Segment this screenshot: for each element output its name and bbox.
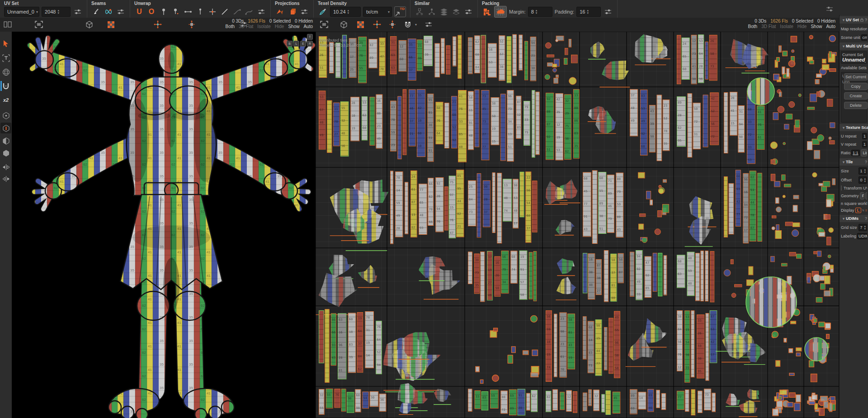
spinner-icon[interactable]: ▴▾ — [587, 9, 589, 14]
fold-projection-icon — [276, 8, 284, 15]
checker-view-uv-button[interactable] — [355, 19, 366, 29]
panel-header-tile[interactable]: ▾ Tile ? — [840, 158, 868, 166]
texel-picker-button[interactable] — [318, 7, 328, 17]
curve-tool-1-button[interactable] — [232, 7, 242, 17]
mirror-vertical-button[interactable] — [0, 173, 11, 184]
polygon-mode-button[interactable] — [0, 135, 11, 146]
double-resolution-button[interactable]: x2 — [0, 95, 11, 105]
ratio-field[interactable]: 1:1 — [851, 150, 860, 156]
pack-button[interactable] — [482, 7, 492, 17]
transform-tool-button[interactable] — [0, 52, 11, 63]
uv-shaded-button[interactable] — [338, 19, 349, 29]
set-current-button[interactable]: Set Current — [844, 73, 868, 81]
transform-uv-checkbox[interactable] — [841, 185, 842, 190]
list-display-icon[interactable] — [865, 208, 867, 213]
curve-tool-2-button[interactable] — [244, 7, 254, 17]
island-mode-button[interactable] — [0, 147, 11, 158]
similar-apply-button[interactable] — [427, 7, 437, 17]
optimize-button[interactable]: O — [146, 7, 156, 17]
help-icon[interactable]: ? — [865, 216, 867, 221]
pin-drop-button[interactable] — [171, 7, 181, 17]
uv-set-settings-button[interactable] — [73, 7, 83, 17]
link-button[interactable]: Link — [861, 149, 867, 157]
projections-settings-button[interactable] — [299, 7, 309, 17]
spinner-icon[interactable]: ▴▾ — [536, 9, 538, 14]
viewport-uv[interactable]: ← Distributed tiles : 09 Target TD : 13.… — [316, 32, 839, 418]
percent-display-icon[interactable] — [862, 208, 864, 213]
checker-view-3d-button[interactable] — [105, 19, 116, 29]
labeling-dropdown[interactable]: UDIM#▾ — [857, 233, 867, 239]
available-sets-list[interactable]: Unn Unn Set Current Copy Create Delete — [841, 72, 867, 123]
texel-density-input[interactable]: 10.24 ▴▾ — [330, 7, 361, 17]
unwrap-u-button[interactable]: U — [134, 7, 144, 17]
mirror-horizontal-button[interactable] — [0, 162, 11, 172]
similar-select-button[interactable] — [415, 7, 425, 17]
stack-similar-button[interactable] — [439, 7, 449, 17]
seams-settings-button[interactable] — [116, 7, 126, 17]
sphere-projection-button[interactable] — [0, 66, 11, 77]
panel-header-uv-set[interactable]: ▾ UV Set ? — [840, 16, 868, 24]
segment-v-button[interactable] — [195, 7, 205, 17]
edge-mode-button[interactable] — [0, 123, 11, 133]
vertex-mode-button[interactable] — [0, 110, 11, 121]
texel-unit-dropdown[interactable]: tx/cm ▾ — [363, 7, 392, 17]
snap-options-dropdown[interactable]: ▾ — [412, 19, 418, 29]
available-sets-label: Available Sets — [841, 66, 867, 70]
segment-h-button[interactable] — [183, 7, 193, 17]
straighten-button[interactable] — [220, 7, 230, 17]
seam-loop-button[interactable] — [104, 7, 113, 17]
seam-brush-button[interactable] — [91, 7, 101, 17]
pin-button[interactable] — [159, 7, 169, 17]
spinner-icon[interactable]: ▴▾ — [57, 9, 59, 14]
uv-islands-canvas[interactable] — [316, 32, 839, 418]
display-l-button[interactable]: L — [855, 208, 862, 213]
help-icon[interactable]: ? — [865, 18, 867, 22]
projection-box-button[interactable] — [287, 7, 297, 17]
viewport-3d[interactable]: 35 62 41 — [12, 32, 316, 418]
copy-button[interactable]: Copy — [844, 83, 868, 90]
draw-button[interactable]: Dr — [865, 192, 867, 200]
viewportuv-settings-button[interactable] — [423, 19, 434, 29]
create-button[interactable]: Create — [844, 92, 868, 100]
v-repeat-field[interactable]: 1 — [862, 141, 867, 147]
spinner-icon[interactable]: ▴▾ — [348, 9, 349, 14]
frame-all-uv-button[interactable] — [319, 19, 330, 29]
snap-magnet-button[interactable] — [402, 19, 413, 29]
back-arrow-icon[interactable]: ← — [320, 33, 362, 38]
fit-button[interactable]: Fit — [860, 192, 864, 200]
symmetry-center-button[interactable] — [152, 19, 163, 29]
padding-input[interactable]: 16 ▴▾ — [576, 7, 601, 17]
uv-pivot-button[interactable] — [372, 19, 382, 29]
similar-settings-button[interactable] — [463, 7, 473, 17]
chevron-down-icon: ▾ — [843, 44, 844, 48]
scene-unit-dropdown[interactable]: cm▾ — [861, 34, 867, 41]
tile-size-field[interactable]: 1▴▾ — [859, 167, 867, 175]
uv-pivot-island-button[interactable] — [387, 19, 398, 29]
delete-button[interactable]: Delete — [844, 102, 868, 109]
margin-input[interactable]: 8 ▴▾ — [528, 7, 552, 17]
panel-header-texture-scale[interactable]: ▾ Texture Sca ? — [840, 124, 868, 131]
help-icon[interactable]: ? — [865, 160, 867, 164]
magnet-icon — [404, 21, 411, 28]
panel-header-multi-uv[interactable]: ▾ Multi UV Se ? — [840, 43, 868, 50]
panel-header-udims[interactable]: ▾ UDIMs ? — [840, 215, 868, 222]
grid-size-field[interactable]: 7▴▾ — [859, 224, 867, 231]
pack-in-tiles-button[interactable] — [494, 6, 507, 18]
frame-all-3d-button[interactable] — [33, 19, 44, 29]
map-resolution-input[interactable]: 2048 ▴▾ — [42, 7, 71, 17]
packing-settings-button[interactable] — [603, 7, 613, 17]
group-unwrap: Unwrap U O — [130, 0, 271, 18]
unwrap-settings-button[interactable] — [256, 7, 266, 17]
unwrap-tool-button[interactable] — [0, 81, 11, 91]
projection-unfold-button[interactable] — [275, 7, 285, 17]
unstack-similar-button[interactable] — [451, 7, 461, 17]
u-repeat-field[interactable]: 1 — [862, 133, 867, 139]
uv-set-dropdown[interactable]: Unnamed_0 ▾ — [4, 7, 39, 17]
texel-transfer-button[interactable]: TD — [394, 6, 406, 17]
shaded-view-button[interactable] — [84, 19, 94, 29]
tile-offset-field[interactable]: 0▴▾ — [859, 176, 867, 184]
select-tool-button[interactable] — [0, 38, 11, 49]
layout-split-button[interactable] — [2, 19, 13, 29]
toolbar-overflow-button[interactable] — [825, 4, 835, 14]
align-cross-button[interactable] — [208, 7, 217, 17]
